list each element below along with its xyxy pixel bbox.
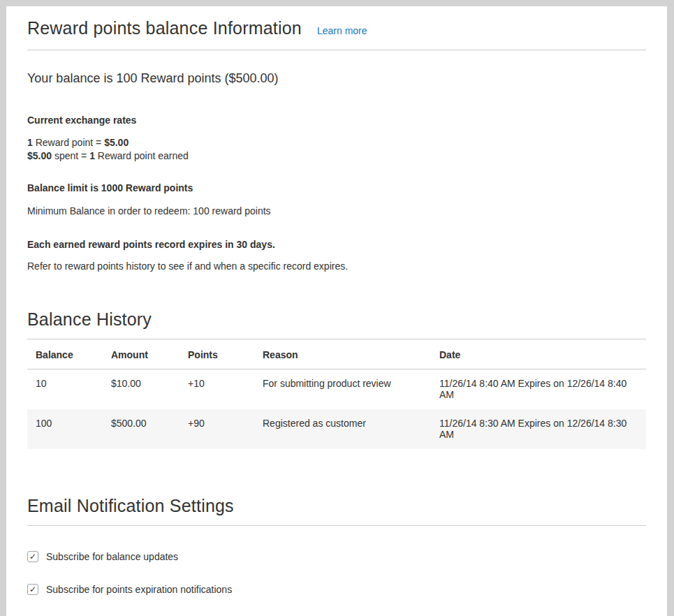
cell-date: 11/26/14 8:30 AM Expires on 12/26/14 8:3… — [431, 409, 646, 449]
exchange-rate-line-1: 1 Reward point = $5.00 — [27, 136, 646, 149]
balance-history-table: Balance Amount Points Reason Date 10 $10… — [27, 339, 646, 449]
balance-updates-label[interactable]: Subscribe for balance updates — [46, 551, 178, 562]
exchange-rates-heading: Current exchange rates — [27, 114, 646, 126]
cell-reason: Registered as customer — [254, 409, 431, 449]
rate2-text: spent = — [52, 150, 89, 161]
cell-points: +90 — [180, 409, 254, 449]
balance-summary: Your balance is 100 Reward points ($500.… — [27, 71, 646, 86]
table-header-row: Balance Amount Points Reason Date — [27, 339, 646, 369]
expiration-notice: Each earned reward points record expires… — [27, 238, 646, 251]
page-header: Reward points balance InformationLearn m… — [27, 6, 646, 50]
cell-amount: $500.00 — [103, 409, 180, 449]
column-header-points: Points — [180, 339, 254, 369]
cell-reason: For submitting product review — [254, 369, 431, 410]
cell-date: 11/26/14 8:40 AM Expires on 12/26/14 8:4… — [431, 369, 646, 410]
rate2-text-end: Reward point earned — [95, 150, 189, 161]
exchange-rate-line-2: $5.00 spent = 1 Reward point earned — [27, 149, 646, 163]
expiration-hint: Refer to reward points history to see if… — [27, 260, 646, 272]
minimum-balance-notice: Minimum Balance in order to redeem: 100 … — [27, 205, 646, 217]
rate1-amount: $5.00 — [104, 137, 129, 148]
balance-history-title: Balance History — [27, 309, 646, 339]
checkmark-icon: ✓ — [29, 552, 36, 561]
balance-limit-notice: Balance limit is 1000 Reward points — [27, 182, 646, 194]
rate1-text: Reward point = — [33, 137, 104, 148]
learn-more-link[interactable]: Learn more — [317, 25, 367, 36]
table-row: 10 $10.00 +10 For submitting product rev… — [27, 369, 646, 410]
column-header-reason: Reason — [254, 339, 431, 369]
table-row: 100 $500.00 +90 Registered as customer 1… — [27, 409, 646, 449]
rate1-points: 1 — [27, 137, 33, 148]
checkmark-icon: ✓ — [29, 585, 36, 594]
column-header-balance: Balance — [27, 339, 103, 369]
cell-balance: 10 — [27, 369, 103, 410]
page-title: Reward points balance Information — [27, 18, 302, 38]
email-settings-title: Email Notification Settings — [27, 495, 646, 526]
balance-updates-checkbox[interactable]: ✓ — [27, 551, 38, 562]
reward-points-card: Reward points balance InformationLearn m… — [6, 6, 667, 616]
subscribe-expiration-notifications-option[interactable]: ✓ Subscribe for points expiration notifi… — [27, 584, 646, 595]
expiration-notifications-checkbox[interactable]: ✓ — [27, 584, 38, 595]
column-header-date: Date — [431, 339, 646, 369]
expiration-notifications-label[interactable]: Subscribe for points expiration notifica… — [46, 584, 232, 595]
cell-balance: 100 — [27, 409, 103, 449]
email-settings-section: Email Notification Settings ✓ Subscribe … — [27, 495, 646, 616]
rate2-amount: $5.00 — [27, 150, 52, 161]
balance-history-section: Balance History Balance Amount Points Re… — [27, 309, 646, 449]
cell-amount: $10.00 — [103, 369, 180, 410]
cell-points: +10 — [180, 369, 254, 410]
rate2-points: 1 — [89, 150, 95, 161]
column-header-amount: Amount — [103, 339, 180, 369]
subscribe-balance-updates-option[interactable]: ✓ Subscribe for balance updates — [27, 551, 646, 562]
